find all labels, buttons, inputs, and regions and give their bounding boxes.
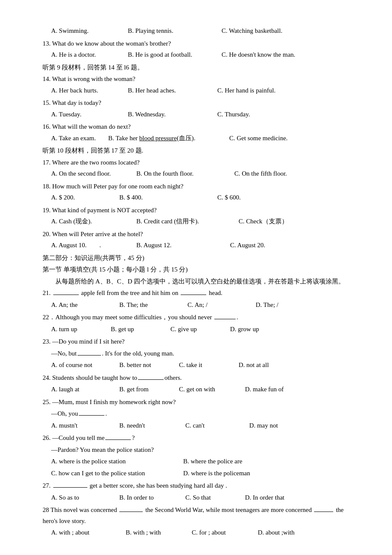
q13-options: A. He is a doctor. B. He is good at foot… — [51, 49, 358, 61]
q28-text: 28 This novel was concerned the Second W… — [43, 505, 358, 526]
q24-opt-c: C. get on with — [179, 384, 245, 395]
q24-text: 24. Students should be taught how toothe… — [43, 373, 358, 384]
question-14: 14. What is wrong with the woman? A. Her… — [43, 74, 358, 96]
q27-options: A. So as to B. In order to C. So that D.… — [51, 492, 358, 503]
q22-options: A. turn up B. get up C. give up D. grow … — [51, 324, 358, 335]
q23-text: 23. —Do you mind if I sit here? — [43, 336, 358, 347]
q14-options: A. Her back hurts. B. Her head aches. C.… — [51, 85, 358, 96]
q15-options: A. Tuesday. B. Wednesday. C. Thursday. — [51, 109, 358, 120]
q19-text: 19. What kind of payment is NOT accepted… — [43, 205, 358, 216]
q16-options: A. Take an exam. B. Take her blood press… — [51, 133, 358, 144]
q19-opt-b: B. Credit card (信用卡). — [136, 216, 239, 227]
question-23: 23. —Do you mind if I sit here? —No, but… — [43, 336, 358, 371]
q22-opt-d: D. grow up — [230, 324, 294, 335]
q26-opt-b: B. where the police are — [183, 456, 242, 467]
q18-opt-b: B. $ 400. — [119, 192, 217, 203]
question-16: 16. What will the woman do next? A. Take… — [43, 121, 358, 144]
q28-opt-d: D. about ;with — [258, 527, 322, 538]
exam-content: A. Swimming. B. Playing tennis. C. Watch… — [43, 26, 358, 538]
q25-opt-c: C. can't — [185, 420, 249, 431]
q16-opt-a: A. Take an exam. — [51, 133, 107, 144]
q18-opt-c: C. $ 600. — [217, 192, 294, 203]
opt-swimming-c: C. Watching basketball. — [222, 26, 298, 37]
q21-opt-b: B. The; the — [119, 300, 187, 311]
q23-options: A. of course not B. better not C. take i… — [51, 360, 358, 371]
q14-opt-b: B. Her head aches. — [128, 85, 217, 96]
q16-opt-c: C. Get some medicine. — [229, 133, 306, 144]
q20-opt-b: B. August 12. — [136, 240, 230, 251]
q13-opt-b: B. He is good at football. — [128, 49, 222, 61]
q17-opt-a: A. On the second floor. — [51, 168, 136, 179]
q19-options: A. Cash (现金). B. Credit card (信用卡). C. C… — [51, 216, 358, 227]
q21-text: 21. apple fell from the tree and hit him… — [43, 288, 358, 299]
q28-opt-a: A. with ; about — [51, 527, 126, 538]
q26-response: —Pardon? You mean the police station? — [51, 445, 358, 456]
q21-opt-c: C. An; / — [187, 300, 256, 311]
q15-text: 15. What day is today? — [43, 98, 358, 109]
question-24: 24. Students should be taught how toothe… — [43, 373, 358, 395]
section-2-instruction: 从每题所给的 A、B、C、D 四个选项中，选出可以填入空白处的最佳选项，并在答题… — [43, 276, 358, 287]
q15-opt-a: A. Tuesday. — [51, 109, 128, 120]
q15-opt-b: B. Wednesday. — [128, 109, 217, 120]
q28-opt-b: B. with ; with — [126, 527, 192, 538]
q18-text: 18. How much will Peter pay for one room… — [43, 181, 358, 192]
question-27: 27. get a better score, she has been stu… — [43, 480, 358, 503]
q17-options: A. On the second floor. B. On the fourth… — [51, 168, 358, 179]
q26-opt-a: A. where is the police station — [51, 456, 183, 467]
q17-opt-b: B. On the fourth floor. — [136, 168, 234, 179]
q14-opt-c: C. Her hand is painful. — [217, 85, 294, 96]
q25-text: 25. —Mum, must I finish my homework righ… — [43, 397, 358, 408]
q20-options: A. August 10. . B. August 12. C. August … — [51, 240, 358, 251]
question-22: 22．Although you may meet some difficulti… — [43, 312, 358, 335]
q23-opt-a: A. of course not — [51, 360, 119, 371]
q28-opt-c: C. for ; about — [192, 527, 258, 538]
q19-opt-c: C. Check（支票） — [239, 216, 315, 227]
question-20: 20. When will Peter arrive at the hotel?… — [43, 229, 358, 251]
opt-swimming-b: B. Playing tennis. — [128, 26, 222, 37]
q16-text: 16. What will the woman do next? — [43, 121, 358, 133]
section-9-instruction: 听第 9 段材料，回答第 14 至 l6 题。 — [43, 62, 358, 73]
q27-opt-c: C. So that — [185, 492, 245, 503]
q21-options: A. An; the B. The; the C. An; / D. The; … — [51, 300, 358, 311]
q24-opt-b: B. get from — [119, 384, 179, 395]
q14-opt-a: A. Her back hurts. — [51, 85, 128, 96]
q27-text: 27. get a better score, she has been stu… — [43, 480, 358, 491]
q26-text: 26. —Could you tell me? — [43, 433, 358, 444]
question-17: 17. Where are the two rooms located? A. … — [43, 157, 358, 179]
q25-opt-a: A. mustn't — [51, 420, 119, 431]
section-10-instruction: 听第 10 段材料，回答第 17 至 20 题. — [43, 145, 358, 156]
q14-text: 14. What is wrong with the woman? — [43, 74, 358, 85]
question-18: 18. How much will Peter pay for one room… — [43, 181, 358, 203]
q18-options: A. $ 200. B. $ 400. C. $ 600. — [51, 192, 358, 203]
q22-opt-b: B. get up — [111, 324, 170, 335]
q19-opt-a: A. Cash (现金). — [51, 216, 136, 227]
q13-opt-c: C. He doesn't know the man. — [222, 49, 298, 61]
q13-text: 13. What do we know about the woman's br… — [43, 38, 358, 49]
q23-opt-c: C. take it — [179, 360, 239, 371]
question-21: 21. apple fell from the tree and hit him… — [43, 288, 358, 310]
question-13: 13. What do we know about the woman's br… — [43, 38, 358, 61]
q25-opt-b: B. needn't — [119, 420, 185, 431]
question-15: 15. What day is today? A. Tuesday. B. We… — [43, 98, 358, 120]
q21-opt-d: D. The; / — [256, 300, 320, 311]
q13-opt-a: A. He is a doctor. — [51, 49, 128, 61]
q20-opt-c: C. August 20. — [230, 240, 307, 251]
q17-opt-c: C. On the fifth floor. — [234, 168, 311, 179]
q23-opt-b: B. better not — [119, 360, 179, 371]
section-2-header: 第二部分：知识运用(共两节，45 分) — [43, 253, 358, 264]
q22-opt-c: C. give up — [170, 324, 230, 335]
q24-opt-a: A. laugh at — [51, 384, 119, 395]
opt-swimming-a: A. Swimming. — [51, 26, 128, 37]
q15-opt-c: C. Thursday. — [217, 109, 294, 120]
q24-opt-d: D. make fun of — [245, 384, 309, 395]
q21-opt-a: A. An; the — [51, 300, 119, 311]
q27-opt-d: D. In order that — [245, 492, 309, 503]
q20-text: 20. When will Peter arrive at the hotel? — [43, 229, 358, 240]
question-26: 26. —Could you tell me? —Pardon? You mea… — [43, 433, 358, 479]
q27-opt-a: A. So as to — [51, 492, 119, 503]
q22-text: 22．Although you may meet some difficulti… — [43, 312, 358, 323]
q27-opt-b: B. In order to — [119, 492, 185, 503]
q23-opt-d: D. not at all — [239, 360, 303, 371]
q20-opt-a: A. August 10. . — [51, 240, 136, 251]
q26-opt-d: D. where is the policeman — [183, 468, 250, 479]
